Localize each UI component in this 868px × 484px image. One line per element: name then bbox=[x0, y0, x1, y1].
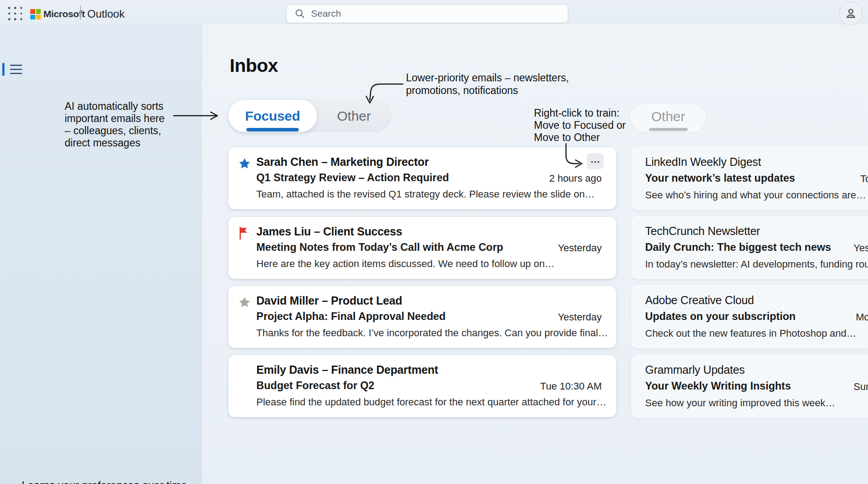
email-sender: Grammarly Updates bbox=[645, 363, 745, 376]
tab-focused-label: Focused bbox=[245, 108, 300, 124]
email-preview: Please find the updated budget forecast … bbox=[256, 396, 606, 408]
email-subject: Daily Crunch: The biggest tech news bbox=[645, 241, 831, 254]
search-icon bbox=[295, 9, 305, 19]
email-list-item[interactable]: David Miller – Product Lead Project Alph… bbox=[228, 286, 616, 348]
email-time: Sun bbox=[854, 381, 868, 393]
microsoft-logo-icon bbox=[30, 9, 41, 19]
email-subject: Your Weekly Writing Insights bbox=[645, 380, 791, 392]
account-avatar-icon[interactable] bbox=[839, 2, 863, 25]
flag-icon[interactable] bbox=[238, 227, 251, 240]
email-preview: See who’s hiring and what your connectio… bbox=[645, 189, 866, 201]
email-sender: Sarah Chen – Marketing Director bbox=[256, 155, 429, 169]
app-name: Outlook bbox=[87, 8, 125, 20]
email-time: Tue 10:30 AM bbox=[540, 381, 602, 392]
divider bbox=[80, 6, 81, 20]
sidebar: Learns your preferences over time bbox=[0, 24, 202, 484]
email-subject: Your network’s latest updates bbox=[645, 172, 795, 184]
email-time: Mon bbox=[856, 311, 868, 323]
email-sender: TechCrunch Newsletter bbox=[645, 225, 760, 238]
app-launcher-icon[interactable] bbox=[8, 7, 24, 21]
email-time: Yesterday bbox=[558, 242, 602, 254]
menu-icon[interactable] bbox=[10, 65, 23, 75]
email-sender: David Miller – Product Lead bbox=[256, 294, 402, 307]
email-time: Yesterday bbox=[558, 311, 602, 323]
nav-selection-indicator bbox=[2, 63, 5, 76]
email-subject: Meeting Notes from Today’s Call with Acm… bbox=[256, 241, 503, 254]
email-preview: Check out the new features in Photoshop … bbox=[645, 328, 856, 339]
email-list-item[interactable]: Grammarly Updates Your Weekly Writing In… bbox=[631, 354, 868, 418]
annotation-focused-note: AI automatically sorts important emails … bbox=[65, 100, 165, 149]
email-list-item[interactable]: Emily Davis – Finance Department Budget … bbox=[228, 355, 616, 417]
email-subject: Q1 Strategy Review – Action Required bbox=[256, 172, 449, 184]
email-sender: Emily Davis – Finance Department bbox=[256, 363, 438, 376]
other-column-label: Other bbox=[651, 109, 685, 124]
email-preview: Thanks for the feedback. I’ve incorporat… bbox=[256, 327, 608, 339]
email-preview: In today’s newsletter: AI developments, … bbox=[645, 258, 868, 270]
search-input[interactable] bbox=[311, 8, 555, 19]
email-time: To bbox=[860, 173, 868, 185]
tab-focused-active-underline bbox=[246, 128, 299, 132]
page-title: Inbox bbox=[230, 55, 278, 76]
email-sender: Adobe Creative Cloud bbox=[645, 294, 754, 307]
tab-other-label: Other bbox=[337, 108, 371, 124]
email-list-item[interactable]: James Liu – Client Success Meeting Notes… bbox=[228, 217, 616, 279]
star-icon[interactable] bbox=[238, 157, 251, 170]
email-list-item[interactable]: Adobe Creative Cloud Updates on your sub… bbox=[631, 285, 868, 348]
annotation-other-note: Lower-priority emails – newsletters, pro… bbox=[406, 71, 569, 97]
brand-name: Microsoft bbox=[43, 9, 85, 19]
email-subject: Budget Forecast for Q2 bbox=[256, 380, 374, 392]
other-column-header[interactable]: Other bbox=[630, 103, 707, 132]
inbox-tab-group: Focused Other bbox=[228, 100, 391, 132]
email-subject: Updates on your subscription bbox=[645, 310, 796, 323]
other-column-underline bbox=[649, 128, 688, 131]
email-preview: Team, attached is the revised Q1 strateg… bbox=[256, 188, 594, 200]
tab-other[interactable]: Other bbox=[317, 100, 391, 132]
email-list-item[interactable]: TechCrunch Newsletter Daily Crunch: The … bbox=[631, 216, 868, 279]
footer-note: Learns your preferences over time bbox=[22, 479, 187, 484]
email-time: Yest bbox=[854, 242, 868, 254]
email-preview: Here are the key action items discussed.… bbox=[256, 258, 555, 270]
email-preview: See how your writing improved this week… bbox=[645, 397, 835, 409]
more-options-button[interactable]: … bbox=[587, 153, 604, 169]
email-sender: LinkedIn Weekly Digest bbox=[645, 155, 761, 169]
annotation-train-note: Right-click to train: Move to Focused or… bbox=[534, 107, 626, 144]
email-list-item[interactable]: LinkedIn Weekly Digest Your network’s la… bbox=[631, 146, 868, 210]
email-list-item[interactable]: Sarah Chen – Marketing Director Q1 Strat… bbox=[228, 147, 616, 209]
outlook-inbox-screen: { "topbar": { "brand": "Microsoft", "app… bbox=[0, 0, 868, 484]
search-box[interactable] bbox=[286, 4, 568, 23]
top-bar: Microsoft Outlook bbox=[0, 0, 868, 24]
star-icon[interactable] bbox=[238, 296, 251, 309]
email-time: 2 hours ago bbox=[549, 173, 602, 184]
email-subject: Project Alpha: Final Approval Needed bbox=[256, 310, 446, 323]
email-sender: James Liu – Client Success bbox=[256, 225, 402, 238]
tab-focused[interactable]: Focused bbox=[228, 100, 317, 132]
